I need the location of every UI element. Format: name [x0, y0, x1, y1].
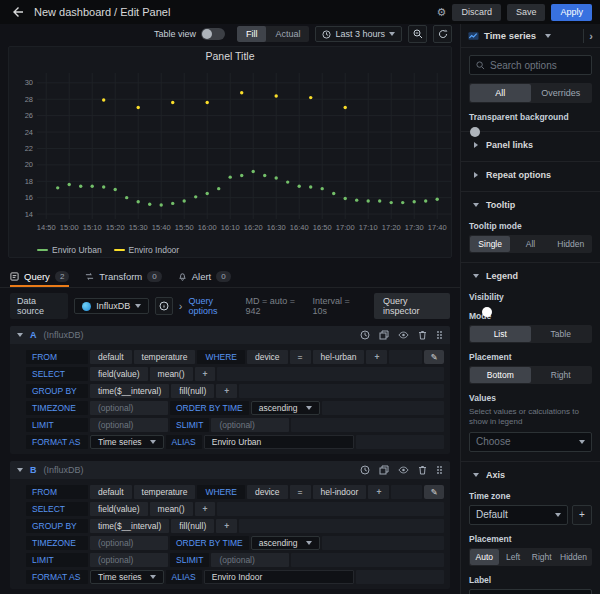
legend-item-indoor[interactable]: Enviro Indoor [114, 245, 180, 255]
add-select-button[interactable]: + [195, 502, 216, 516]
tab-transform[interactable]: Transform 0 [85, 268, 161, 287]
format-as-select[interactable]: Time series [90, 570, 164, 584]
where-value[interactable]: hel-urban [313, 350, 365, 364]
trash-icon[interactable] [418, 465, 427, 475]
axis-placement-right[interactable]: Right [527, 549, 556, 565]
legend-mode-list[interactable]: List [470, 326, 531, 342]
from-measurement[interactable]: temperature [134, 485, 196, 499]
table-view-toggle[interactable] [201, 28, 225, 40]
add-select-button[interactable]: + [195, 367, 216, 381]
datasource-help-button[interactable] [155, 297, 173, 315]
format-as-select[interactable]: Time series [90, 435, 164, 449]
where-op[interactable]: = [290, 485, 311, 499]
trash-icon[interactable] [418, 330, 427, 340]
hide-eye-icon[interactable] [398, 465, 409, 475]
tab-alert[interactable]: Alert 0 [178, 268, 231, 287]
time-range-picker[interactable]: Last 3 hours [315, 26, 402, 42]
groupby-fill[interactable]: fill(null) [171, 384, 214, 398]
query-inspector-button[interactable]: Query inspector [374, 293, 450, 319]
axis-placement-auto[interactable]: Auto [470, 549, 499, 565]
groupby-time[interactable]: time($__interval) [90, 519, 169, 533]
orderby-select[interactable]: ascending [251, 536, 320, 550]
hide-eye-icon[interactable] [398, 330, 409, 340]
legend-item-urban[interactable]: Enviro Urban [37, 245, 102, 255]
select-mean[interactable]: mean() [150, 367, 193, 381]
query-options-link[interactable]: Query options [188, 296, 239, 316]
drag-grip-icon[interactable] [436, 330, 443, 340]
tab-query[interactable]: Query 2 [10, 268, 69, 287]
tooltip-mode-hidden[interactable]: Hidden [551, 236, 591, 252]
zoom-out-button[interactable] [408, 25, 427, 43]
limit-input[interactable]: (optional) [90, 418, 168, 432]
edit-pencil-icon[interactable]: ✎ [424, 350, 444, 364]
query-header[interactable]: A (InfluxDB) [10, 326, 450, 344]
tab-overrides[interactable]: Overrides [531, 84, 592, 102]
axis-placement-hidden[interactable]: Hidden [556, 549, 591, 565]
where-field[interactable]: device [247, 485, 288, 499]
add-condition-button[interactable]: + [366, 350, 387, 364]
where-value[interactable]: hel-indoor [313, 485, 367, 499]
discard-button[interactable]: Discard [452, 4, 501, 21]
legend-placement-bottom[interactable]: Bottom [470, 367, 531, 383]
legend-mode-table[interactable]: Table [531, 326, 592, 342]
back-arrow-icon[interactable] [8, 3, 26, 21]
tooltip-mode-all[interactable]: All [510, 236, 550, 252]
query-header[interactable]: B (InfluxDB) [10, 461, 450, 479]
select-mean[interactable]: mean() [150, 502, 193, 516]
axis-placement-left[interactable]: Left [499, 549, 528, 565]
history-icon[interactable] [360, 330, 370, 340]
datasource-select[interactable]: InfluxDB [74, 298, 149, 314]
actual-option[interactable]: Actual [266, 26, 309, 42]
slimit-input[interactable]: (optional) [211, 418, 289, 432]
repeat-options-header[interactable]: Repeat options [469, 168, 592, 182]
edit-pencil-icon[interactable]: ✎ [424, 485, 444, 499]
panel-links-header[interactable]: Panel links [469, 138, 592, 152]
tooltip-header[interactable]: Tooltip [469, 198, 592, 212]
from-measurement[interactable]: temperature [134, 350, 196, 364]
legend-placement-right[interactable]: Right [531, 367, 592, 383]
settings-gear-icon[interactable]: ⚙ [437, 6, 447, 19]
fill-option[interactable]: Fill [237, 26, 267, 42]
legend-values-select[interactable]: Choose [469, 432, 592, 452]
save-button[interactable]: Save [507, 4, 546, 21]
axis-header[interactable]: Axis [469, 468, 592, 482]
refresh-button[interactable] [433, 25, 452, 43]
alias-input[interactable]: Enviro Indoor [204, 570, 354, 584]
apply-button[interactable]: Apply [551, 4, 592, 21]
groupby-time[interactable]: time($__interval) [90, 384, 169, 398]
visualization-picker[interactable]: Time series › [461, 24, 600, 48]
from-policy[interactable]: default [90, 350, 132, 364]
add-condition-button[interactable]: + [368, 485, 389, 499]
tab-all[interactable]: All [470, 84, 531, 102]
collapse-chevron-icon[interactable] [17, 468, 23, 472]
limit-input[interactable]: (optional) [90, 553, 168, 567]
add-timezone-button[interactable]: + [572, 505, 592, 525]
select-field[interactable]: field(value) [90, 502, 148, 516]
add-groupby-button[interactable]: + [216, 384, 237, 398]
history-icon[interactable] [360, 465, 370, 475]
where-op[interactable]: = [290, 350, 311, 364]
select-field[interactable]: field(value) [90, 367, 148, 381]
tooltip-mode-single[interactable]: Single [470, 236, 510, 252]
expand-picker-icon[interactable]: › [589, 30, 593, 42]
collapse-chevron-icon[interactable] [17, 333, 23, 337]
pane-splitter[interactable] [0, 258, 460, 267]
drag-grip-icon[interactable] [436, 465, 443, 475]
slimit-input[interactable]: (optional) [211, 553, 289, 567]
from-policy[interactable]: default [90, 485, 132, 499]
groupby-fill[interactable]: fill(null) [171, 519, 214, 533]
options-search-input[interactable]: Search options [469, 55, 592, 75]
axis-label-input[interactable]: Optional text [469, 589, 592, 594]
chart-svg[interactable]: 14161820222426283014:5015:0015:1015:2015… [13, 65, 457, 243]
axis-timezone-select[interactable]: Default [469, 505, 568, 525]
where-field[interactable]: device [247, 350, 288, 364]
alias-input[interactable]: Enviro Urban [204, 435, 354, 449]
duplicate-icon[interactable] [379, 465, 389, 475]
legend-header[interactable]: Legend [469, 269, 592, 283]
query-options-chevron-icon[interactable]: › [179, 300, 183, 312]
add-groupby-button[interactable]: + [216, 519, 237, 533]
orderby-select[interactable]: ascending [251, 401, 320, 415]
timezone-input[interactable]: (optional) [90, 401, 168, 415]
duplicate-icon[interactable] [379, 330, 389, 340]
timezone-input[interactable]: (optional) [90, 536, 168, 550]
